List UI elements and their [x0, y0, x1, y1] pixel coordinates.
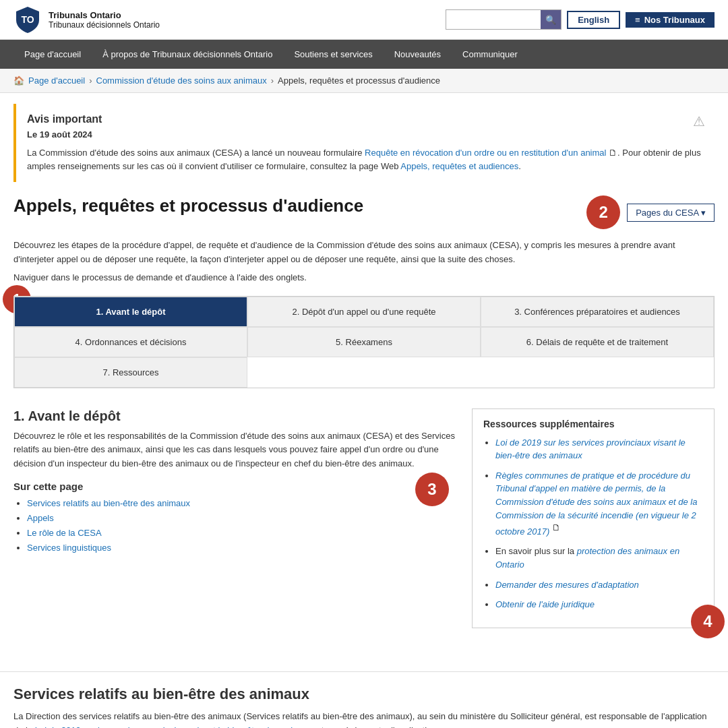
menu-icon: ≡ — [635, 15, 640, 25]
bottom-section: Services relatifs au bien-être des anima… — [0, 686, 728, 728]
link-linguistiques[interactable]: Services linguistiques — [27, 543, 111, 553]
search-input[interactable] — [446, 10, 541, 29]
notice-link1[interactable]: Requête en révocation d'un ordre ou en r… — [365, 148, 606, 158]
page-links: Services relatifs au bien-être des anima… — [13, 497, 456, 553]
breadcrumb-sep1: › — [89, 75, 92, 86]
list-item: En savoir plus sur la protection des ani… — [495, 545, 703, 571]
tabs-container: 1. Avant le dépôt 2. Dépôt d'un appel ou… — [13, 296, 715, 388]
main-content: ⚠ Avis important Le 19 août 2024 La Comm… — [0, 93, 728, 658]
content-left: 1. Avant le dépôt Découvrez le rôle et l… — [13, 408, 456, 628]
tab-1[interactable]: 1. Avant le dépôt — [14, 297, 247, 327]
nav-item-nouveautes[interactable]: Nouveautés — [384, 40, 452, 69]
bottom-desc: La Direction des services relatifs au bi… — [13, 710, 715, 728]
tabs-row-3: 7. Ressources — [14, 357, 714, 388]
home-icon: 🏠 — [13, 75, 24, 86]
list-item: Obtenir de l'aide juridique — [495, 598, 703, 611]
file-icon1: 🗋 — [606, 148, 617, 158]
breadcrumb-home[interactable]: Page d'accueil — [28, 75, 85, 86]
breadcrumb: 🏠 Page d'accueil › Commission d'étude de… — [0, 69, 728, 93]
tab-6[interactable]: 6. Délais de requête et de traitement — [481, 327, 714, 357]
tab-3[interactable]: 3. Conférences préparatoires et audience… — [481, 297, 714, 327]
list-item: Loi de 2019 sur les services provinciaux… — [495, 436, 703, 462]
resources-box: Ressources supplémentaires Loi de 2019 s… — [472, 408, 715, 628]
link-services[interactable]: Services relatifs au bien-être des anima… — [27, 498, 190, 508]
tab-empty2 — [481, 357, 714, 388]
logo-line1: Tribunals Ontario — [49, 10, 160, 20]
content-right: Ressources supplémentaires Loi de 2019 s… — [472, 408, 715, 628]
resource-link-2[interactable]: Règles communes de pratique et de procéd… — [495, 471, 697, 537]
notice-box: ⚠ Avis important Le 19 août 2024 La Comm… — [13, 104, 715, 182]
resources-title: Ressources supplémentaires — [483, 419, 703, 429]
nos-tribunaux-button[interactable]: ≡ Nos Tribunaux — [626, 12, 715, 28]
notice-link2[interactable]: Appels, requêtes et audiences — [400, 161, 518, 171]
on-this-page-title: Sur cette page — [13, 481, 456, 492]
logo-area: TO Tribunals Ontario Tribunaux décisionn… — [13, 5, 160, 34]
tab-7[interactable]: 7. Ressources — [14, 357, 247, 388]
list-item: Le rôle de la CESA — [27, 527, 456, 538]
logo-line2: Tribunaux décisionnels Ontario — [49, 20, 160, 30]
resource-link-1[interactable]: Loi de 2019 sur les services provinciaux… — [495, 437, 686, 461]
breadcrumb-cesa[interactable]: Commission d'étude des soins aux animaux — [96, 75, 267, 86]
language-toggle-button[interactable]: English — [567, 11, 620, 29]
resource-link-5[interactable]: Obtenir de l'aide juridique — [495, 599, 595, 609]
page-title: Appels, requêtes et processus d'audience — [13, 195, 363, 216]
pages-dropdown-button[interactable]: Pages du CESA ▾ — [627, 204, 715, 222]
list-item: Services relatifs au bien-être des anima… — [27, 497, 456, 508]
tab-5[interactable]: 5. Réexamens — [247, 327, 481, 357]
search-icon: 🔍 — [545, 15, 556, 25]
svg-text:TO: TO — [21, 14, 34, 25]
tab-empty1 — [247, 357, 481, 388]
content-columns: 1. Avant le dépôt Découvrez le rôle et l… — [13, 408, 715, 628]
page-desc1: Découvrez les étapes de la procédure d'a… — [13, 239, 715, 267]
nav-item-home[interactable]: Page d'accueil — [13, 40, 92, 69]
list-item: Appels — [27, 512, 456, 523]
header: TO Tribunals Ontario Tribunaux décisionn… — [0, 0, 728, 40]
breadcrumb-sep2: › — [271, 75, 274, 86]
bottom-link[interactable]: Loi de 2019 sur les services provinciaux… — [35, 725, 314, 728]
badge-4: 4 — [691, 605, 725, 638]
section1-title: 1. Avant le dépôt — [13, 408, 456, 424]
logo-text: Tribunals Ontario Tribunaux décisionnels… — [49, 10, 160, 30]
link-appels[interactable]: Appels — [27, 513, 54, 523]
link-role[interactable]: Le rôle de la CESA — [27, 528, 102, 538]
main-nav: Page d'accueil À propos de Tribunaux déc… — [0, 40, 728, 69]
content-left-wrapper: 1. Avant le dépôt Découvrez le rôle et l… — [13, 408, 456, 553]
notice-title: Avis important — [27, 113, 701, 125]
tab-4[interactable]: 4. Ordonnances et décisions — [14, 327, 247, 357]
resource-link-4[interactable]: Demander des mesures d'adaptation — [495, 580, 639, 590]
nav-item-communiquer[interactable]: Communiquer — [452, 40, 528, 69]
page-title-area: Appels, requêtes et processus d'audience… — [13, 195, 715, 229]
bottom-title: Services relatifs au bien-être des anima… — [13, 686, 715, 703]
section1-desc: Découvrez le rôle et les responsabilités… — [13, 429, 456, 471]
search-box: 🔍 — [446, 9, 562, 30]
notice-date: Le 19 août 2024 — [27, 129, 701, 140]
notice-text: La Commission d'étude des soins aux anim… — [27, 146, 701, 173]
badge-3: 3 — [415, 473, 449, 506]
tabs-row-2: 4. Ordonnances et décisions 5. Réexamens… — [14, 327, 714, 357]
list-item: Règles communes de pratique et de procéd… — [495, 469, 703, 539]
tabs-row-1: 1. Avant le dépôt 2. Dépôt d'un appel ou… — [14, 297, 714, 327]
logo-icon: TO — [13, 5, 42, 34]
search-button[interactable]: 🔍 — [541, 10, 561, 29]
badge-btn-group: 2 Pages du CESA ▾ — [586, 195, 715, 229]
badge-2: 2 — [586, 195, 620, 229]
page-desc2: Naviguer dans le processus de demande et… — [13, 272, 715, 282]
nav-item-soutiens[interactable]: Soutiens et services — [283, 40, 383, 69]
header-right: 🔍 English ≡ Nos Tribunaux — [446, 9, 715, 30]
list-item: Services linguistiques — [27, 542, 456, 553]
divider — [0, 671, 728, 672]
tab-2[interactable]: 2. Dépôt d'un appel ou d'une requête — [247, 297, 481, 327]
list-item: Demander des mesures d'adaptation — [495, 578, 703, 592]
warning-icon: ⚠ — [693, 113, 705, 129]
nav-item-apropos[interactable]: À propos de Tribunaux décisionnels Ontar… — [92, 40, 283, 69]
breadcrumb-current: Appels, requêtes et processus d'audience — [278, 75, 440, 86]
file-icon2: 🗋 — [549, 522, 561, 533]
